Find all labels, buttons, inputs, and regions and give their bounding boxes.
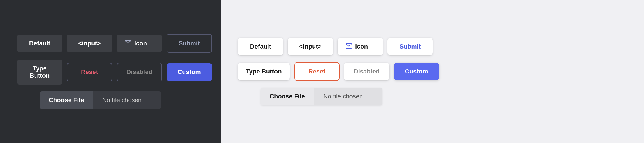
envelope-icon xyxy=(125,40,131,47)
dark-row-1: Default <input> Icon Submit xyxy=(17,34,212,53)
light-theme-panel: Default <input> Icon Submit Type Button … xyxy=(221,0,644,143)
light-row-1: Default <input> Icon Submit xyxy=(238,38,433,55)
envelope-icon xyxy=(346,43,352,50)
dark-disabled-button[interactable]: Disabled xyxy=(117,63,162,81)
dark-no-file-label: No file chosen xyxy=(93,91,161,109)
dark-typebutton-button[interactable]: Type Button xyxy=(17,60,62,85)
dark-row-2: Type Button Reset Disabled Custom xyxy=(17,60,212,85)
dark-reset-button[interactable]: Reset xyxy=(67,63,112,81)
dark-choose-file-button[interactable]: Choose File xyxy=(40,91,93,109)
dark-file-input[interactable]: Choose File No file chosen xyxy=(40,91,161,109)
dark-input-button[interactable]: <input> xyxy=(67,35,112,52)
light-typebutton-button[interactable]: Type Button xyxy=(238,63,290,80)
light-disabled-button[interactable]: Disabled xyxy=(344,63,389,80)
dark-default-button[interactable]: Default xyxy=(17,35,62,52)
light-icon-button[interactable]: Icon xyxy=(338,38,383,55)
light-file-input[interactable]: Choose File No file chosen xyxy=(261,88,382,105)
light-row-2: Type Button Reset Disabled Custom xyxy=(238,62,439,81)
light-reset-button[interactable]: Reset xyxy=(294,62,340,81)
dark-icon-button[interactable]: Icon xyxy=(117,35,162,52)
light-custom-button[interactable]: Custom xyxy=(394,63,439,80)
light-submit-button[interactable]: Submit xyxy=(387,38,433,55)
light-default-button[interactable]: Default xyxy=(238,38,283,55)
light-choose-file-button[interactable]: Choose File xyxy=(261,88,314,105)
dark-custom-button[interactable]: Custom xyxy=(167,63,212,81)
dark-submit-button[interactable]: Submit xyxy=(167,34,212,53)
dark-theme-panel: Default <input> Icon Submit Type Button … xyxy=(0,0,221,143)
light-input-button[interactable]: <input> xyxy=(288,38,333,55)
light-no-file-label: No file chosen xyxy=(314,88,382,105)
